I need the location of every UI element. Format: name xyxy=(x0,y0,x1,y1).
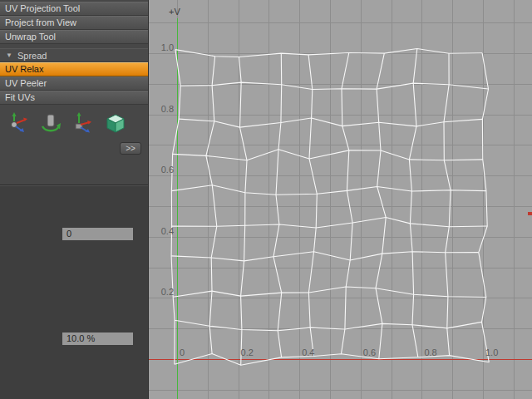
cube-tool-icon xyxy=(104,111,127,134)
tool-uv-projection[interactable]: UV Projection Tool xyxy=(0,2,148,16)
uv-mesh-wire xyxy=(206,57,217,354)
u-tick-label: 1.0 xyxy=(485,347,498,357)
uv-mesh-wire xyxy=(308,55,317,357)
u-tick-label: 0.4 xyxy=(302,347,314,357)
bend-tool-icon xyxy=(39,111,62,134)
uv-viewport[interactable]: 1.00.80.60.40.200.20.40.60.81.0+V xyxy=(148,0,532,399)
expand-row: >> xyxy=(0,137,148,155)
iterations-field[interactable]: 0 xyxy=(62,228,133,240)
uv-mesh-wire xyxy=(171,252,479,261)
v-axis-title: +V xyxy=(169,7,180,17)
tool-uv-relax[interactable]: UV Relax xyxy=(0,62,148,76)
uv-mesh-wire xyxy=(376,53,386,359)
move-tool-icon xyxy=(7,111,30,134)
tool-project-from-view[interactable]: Project from View xyxy=(0,16,148,30)
tool-list: UV Projection Tool Project from View Unw… xyxy=(0,0,148,44)
v-tick-label: 0.2 xyxy=(152,287,174,297)
uv-mesh-wire xyxy=(342,53,353,354)
tool-sidebar: UV Projection Tool Project from View Unw… xyxy=(0,0,148,399)
section-label: Spread xyxy=(17,51,47,61)
uv-mesh-wire xyxy=(479,53,490,362)
uv-mesh-wire xyxy=(273,53,282,357)
axis-drop-tool-icon xyxy=(71,111,95,134)
move-tool-button[interactable] xyxy=(3,109,33,135)
cube-tool-button[interactable] xyxy=(101,109,131,135)
u-tick-label: 0 xyxy=(180,347,185,357)
uv-mesh-wire xyxy=(173,150,483,160)
expand-button[interactable]: >> xyxy=(120,142,141,155)
uv-mesh-wire xyxy=(172,218,488,229)
tool-unwrap[interactable]: Unwrap Tool xyxy=(0,30,148,44)
uv-mesh-wire xyxy=(444,53,451,355)
v-tick-label: 0.8 xyxy=(152,104,174,114)
uv-mesh-wire xyxy=(239,57,248,366)
tool-uv-peeler[interactable]: UV Peeler xyxy=(0,76,148,91)
tool-fit-uvs[interactable]: Fit UVs xyxy=(0,91,148,105)
u-tick-label: 0.2 xyxy=(241,347,254,357)
uv-mesh-wire xyxy=(173,287,486,298)
u-axis-edge-marker xyxy=(528,212,532,215)
bend-tool-button[interactable] xyxy=(36,109,66,135)
v-tick-label: 1.0 xyxy=(152,42,174,52)
properties-panel: 0 10.0 % xyxy=(0,185,148,399)
percent-field[interactable]: 10.0 % xyxy=(62,332,133,345)
uv-canvas xyxy=(149,0,532,399)
v-tick-label: 0.6 xyxy=(152,165,174,175)
triangle-down-icon: ▼ xyxy=(6,52,12,59)
v-tick-label: 0.4 xyxy=(152,226,174,236)
axis-drop-tool-button[interactable] xyxy=(68,109,98,135)
uv-mesh-wire xyxy=(409,49,418,357)
section-spread[interactable]: ▼ Spread xyxy=(0,48,148,62)
u-tick-label: 0.6 xyxy=(363,347,376,357)
u-tick-label: 0.8 xyxy=(424,347,436,357)
uv-mesh-wire xyxy=(171,185,486,195)
tool-icon-row xyxy=(0,105,148,137)
uv-mesh-wire xyxy=(175,49,482,57)
uv-mesh-wire xyxy=(180,82,488,89)
